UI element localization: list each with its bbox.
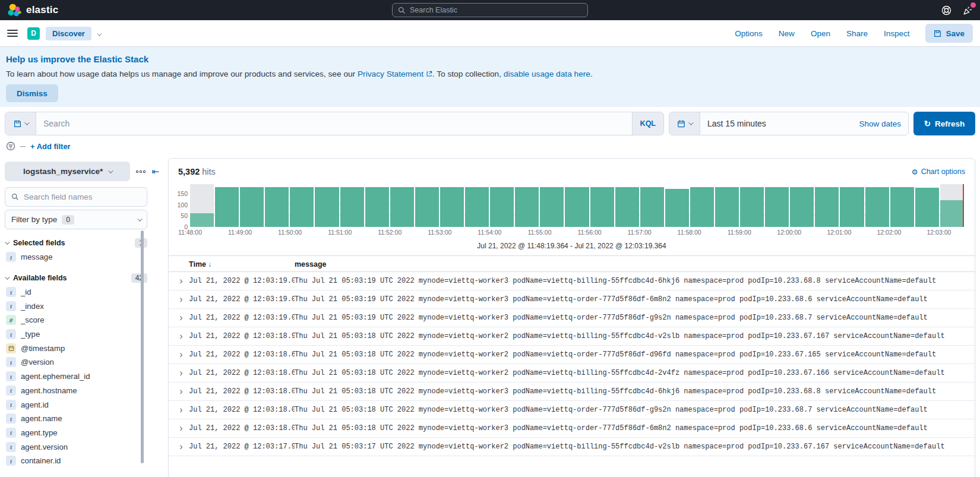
histogram-bar[interactable] [265,184,289,227]
expand-row-icon[interactable]: › [173,331,189,342]
show-dates-link[interactable]: Show dates [852,112,908,135]
field-item-agent.id[interactable]: tagent.id [5,397,147,412]
save-button[interactable]: Save [925,24,973,43]
table-row[interactable]: ›Jul 21, 2022 @ 12:03:18.039Thu Jul 21 0… [169,419,975,438]
table-row[interactable]: ›Jul 21, 2022 @ 12:03:17.957Thu Jul 21 0… [169,438,975,456]
add-filter-link[interactable]: + Add filter [30,142,71,151]
histogram-bar[interactable] [290,184,314,227]
table-row[interactable]: ›Jul 21, 2022 @ 12:03:19.041Thu Jul 21 0… [169,309,975,327]
index-options-icon[interactable] [136,170,146,173]
histogram-bar[interactable] [540,184,564,227]
kql-button[interactable]: KQL [632,112,663,135]
refresh-button[interactable]: ↻ Refresh [913,112,975,135]
expand-row-icon[interactable]: › [173,294,189,305]
breadcrumb-chevron-icon[interactable] [97,28,100,39]
share-link[interactable]: Share [846,29,868,38]
histogram-bar[interactable] [415,184,439,227]
field-item-@timestamp[interactable]: @timestamp [5,341,147,355]
open-link[interactable]: Open [811,29,830,38]
disable-usage-data-link[interactable]: disable usage data here [504,70,590,78]
histogram-bar[interactable] [865,184,889,227]
field-item-message[interactable]: tmessage [5,250,147,264]
filter-by-type-select[interactable]: Filter by type 0 [5,210,147,229]
field-item-_index[interactable]: t_index [5,299,147,313]
histogram-bar[interactable] [390,184,414,227]
field-item-agent.ephemeral_id[interactable]: tagent.ephemeral_id [5,369,147,384]
field-item-agent.name[interactable]: tagent.name [5,412,147,426]
filter-icon[interactable] [6,141,15,151]
histogram-bar[interactable] [840,184,864,227]
histogram-bar[interactable] [365,184,389,227]
histogram-bar[interactable] [890,184,914,227]
app-badge[interactable]: D [27,27,40,40]
field-item-_score[interactable]: #_score [5,313,147,327]
histogram-bar[interactable] [715,184,739,227]
field-item-agent.hostname[interactable]: tagent.hostname [5,384,147,398]
table-row[interactable]: ›Jul 21, 2022 @ 12:03:19.041Thu Jul 21 0… [169,272,975,290]
chart-options-button[interactable]: ⚙ Chart options [911,168,965,176]
histogram-bar[interactable] [215,184,239,227]
expand-row-icon[interactable]: › [173,349,189,360]
expand-row-icon[interactable]: › [173,441,189,452]
global-search-input[interactable]: Search Elastic [392,3,588,17]
histogram-bar[interactable] [515,184,539,227]
time-range-value[interactable]: Last 15 minutes [700,112,852,135]
histogram-bar[interactable] [940,184,964,227]
options-link[interactable]: Options [735,29,763,38]
field-item-_id[interactable]: t_id [5,285,147,299]
dismiss-button[interactable]: Dismiss [6,84,58,102]
table-row[interactable]: ›Jul 21, 2022 @ 12:03:19.041Thu Jul 21 0… [169,290,975,309]
privacy-statement-link[interactable]: Privacy Statement [358,70,423,78]
histogram-bar[interactable] [465,184,489,227]
help-icon[interactable] [941,5,951,15]
field-item-@version[interactable]: t@version [5,355,147,369]
date-picker-button[interactable] [669,112,700,135]
expand-row-icon[interactable]: › [173,405,189,415]
field-search-input[interactable]: Search field names [5,187,147,207]
field-item-agent.version[interactable]: tagent.version [5,440,147,454]
histogram-bar[interactable] [615,184,639,227]
histogram-bar[interactable] [565,184,589,227]
histogram-bar[interactable] [490,184,514,227]
index-pattern-selector[interactable]: logstash_myservice* [5,162,130,181]
expand-row-icon[interactable]: › [173,423,189,434]
histogram-bar[interactable] [340,184,364,227]
histogram-bar[interactable] [665,184,689,227]
histogram-bar[interactable] [790,184,814,227]
histogram-bar[interactable] [815,184,839,227]
expand-row-icon[interactable]: › [173,386,189,397]
table-row[interactable]: ›Jul 21, 2022 @ 12:03:18.039Thu Jul 21 0… [169,401,975,419]
field-item-_type[interactable]: t_type [5,327,147,342]
field-item-container.id[interactable]: tcontainer.id [5,454,147,468]
histogram-bar[interactable] [240,184,264,227]
histogram-bar[interactable] [915,184,939,227]
histogram-bar[interactable] [765,184,789,227]
table-row[interactable]: ›Jul 21, 2022 @ 12:03:18.958Thu Jul 21 0… [169,327,975,346]
collapse-sidebar-icon[interactable]: ⇤ [151,166,159,177]
message-column-header[interactable]: message [295,260,327,268]
breadcrumb-discover[interactable]: Discover [46,27,91,40]
time-column-header[interactable]: Time [189,260,206,268]
elastic-logo[interactable]: elastic [7,3,58,18]
saved-query-menu-button[interactable] [5,112,36,135]
sidebar-scrollbar[interactable] [141,230,144,463]
menu-icon[interactable] [7,30,18,37]
expand-row-icon[interactable]: › [173,312,189,323]
query-search-input[interactable]: Search [36,112,632,135]
histogram-bar[interactable] [440,184,464,227]
table-row[interactable]: ›Jul 21, 2022 @ 12:03:18.602Thu Jul 21 0… [169,346,975,364]
selected-fields-header[interactable]: Selected fields 1 [5,238,147,248]
table-row[interactable]: ›Jul 21, 2022 @ 12:03:18.601Thu Jul 21 0… [169,364,975,383]
sort-descending-icon[interactable]: ↓ [208,260,211,268]
histogram-bar[interactable] [315,184,339,227]
newsfeed-icon[interactable] [962,5,973,15]
table-row[interactable]: ›Jul 21, 2022 @ 12:03:18.039Thu Jul 21 0… [169,383,975,401]
histogram-bar[interactable] [640,184,664,227]
inspect-link[interactable]: Inspect [884,29,910,38]
expand-row-icon[interactable]: › [173,276,189,286]
field-item-agent.type[interactable]: tagent.type [5,426,147,440]
histogram-bar[interactable] [740,184,764,227]
expand-row-icon[interactable]: › [173,368,189,378]
histogram-bar[interactable] [690,184,714,227]
new-link[interactable]: New [779,29,795,38]
